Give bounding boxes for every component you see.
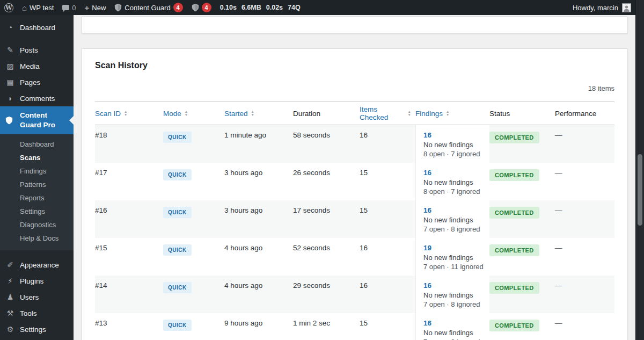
cell-started: 4 hours ago <box>224 276 293 313</box>
cell-items-checked: 16 <box>360 238 415 276</box>
findings-summary: No new findings <box>423 291 485 300</box>
submenu-item-patterns[interactable]: Patterns <box>0 178 74 191</box>
user-icon: ♟ <box>5 293 15 301</box>
content-guard-submenu: Dashboard Scans Findings Patterns Report… <box>0 134 74 250</box>
shield-icon <box>114 4 122 12</box>
cell-status: COMPLETED <box>489 313 555 340</box>
cell-mode: QUICK <box>163 125 224 163</box>
sidebar-item-users[interactable]: ♟ Users <box>0 289 74 305</box>
findings-count-link[interactable]: 16 <box>423 206 485 214</box>
table-body: #18 QUICK 1 minute ago 58 seconds 16 16 … <box>95 125 614 340</box>
status-badge: COMPLETED <box>489 244 539 256</box>
findings-breakdown: 7 open · 8 ignored <box>423 225 485 234</box>
wordpress-logo-icon: W <box>4 3 13 12</box>
mode-badge: QUICK <box>163 244 192 256</box>
sidebar-item-dashboard[interactable]: ◔ Dashboard <box>0 19 74 35</box>
findings-count-link[interactable]: 16 <box>423 319 485 327</box>
cell-scan-id: #13 <box>95 313 163 340</box>
cell-performance: — <box>555 200 614 238</box>
cell-findings: 16 No new findings 7 open · 8 ignored <box>415 313 489 340</box>
sidebar-item-settings[interactable]: ⚙ Settings <box>0 321 74 337</box>
sidebar-item-pages[interactable]: ▤ Pages <box>0 74 74 90</box>
cell-mode: QUICK <box>163 313 224 340</box>
submenu-item-scans[interactable]: Scans <box>0 151 74 164</box>
findings-count-link[interactable]: 16 <box>423 169 485 177</box>
items-count: 18 items <box>95 84 614 92</box>
wordpress-menu[interactable]: W <box>0 0 18 15</box>
performance-value: — <box>555 281 562 290</box>
cell-duration: 17 seconds <box>293 200 360 238</box>
guard-alerts-menu[interactable]: 4 <box>187 0 216 15</box>
cell-started: 1 minute ago <box>224 125 293 163</box>
content-guard-menu[interactable]: Content Guard 4 <box>110 0 187 15</box>
content-guard-count-badge: 4 <box>173 3 183 12</box>
mode-badge: QUICK <box>163 320 192 331</box>
column-header-started[interactable]: Started ▲▼ <box>224 102 293 125</box>
cell-scan-id: #16 <box>95 200 163 238</box>
submenu-item-reports[interactable]: Reports <box>0 191 74 205</box>
previous-card-partial <box>82 16 628 34</box>
sort-arrows-icon: ▲▼ <box>251 110 254 117</box>
cell-findings: 16 No new findings 7 open · 8 ignored <box>415 276 489 313</box>
mode-badge: QUICK <box>163 132 192 143</box>
comments-link[interactable]: 0 <box>58 0 80 15</box>
mode-badge: QUICK <box>163 282 192 293</box>
column-header-items-checked[interactable]: Items Checked ▲▼ <box>360 102 415 125</box>
site-name-link[interactable]: ⌂ WP test <box>18 0 58 15</box>
new-label: New <box>92 4 106 12</box>
comments-icon: ◗ <box>5 94 15 103</box>
admin-bar: W ⌂ WP test 0 + New Content Guard 4 4 0.… <box>0 0 644 15</box>
findings-count-link[interactable]: 16 <box>423 281 485 290</box>
sort-arrows-icon: ▲▼ <box>408 110 411 117</box>
user-silhouette-icon <box>623 5 630 12</box>
vertical-scrollbar-track[interactable] <box>635 0 644 340</box>
findings-summary: No new findings <box>423 254 485 263</box>
sidebar-item-appearance[interactable]: ✐ Appearance <box>0 257 74 273</box>
performance-value: — <box>555 244 562 252</box>
column-header-scan-id[interactable]: Scan ID ▲▼ <box>95 102 163 125</box>
table-row: #17 QUICK 3 hours ago 26 seconds 15 16 N… <box>95 163 614 200</box>
sidebar-item-content-guard-pro[interactable]: Content Guard Pro <box>0 106 74 134</box>
column-header-findings[interactable]: Findings ▲▼ <box>415 102 489 125</box>
submenu-item-findings[interactable]: Findings <box>0 164 74 178</box>
submenu-item-diagnostics[interactable]: Diagnostics <box>0 218 74 232</box>
cell-scan-id: #17 <box>95 163 163 200</box>
findings-summary: No new findings <box>423 329 485 338</box>
cell-items-checked: 15 <box>360 200 415 238</box>
pages-icon: ▤ <box>5 78 15 86</box>
cell-started: 3 hours ago <box>224 163 293 200</box>
alerts-count-badge: 4 <box>202 3 211 12</box>
submenu-item-settings[interactable]: Settings <box>0 205 74 218</box>
sidebar-item-plugins[interactable]: ⚡ Plugins <box>0 273 74 289</box>
findings-breakdown: 8 open · 7 ignored <box>423 150 485 159</box>
new-content-menu[interactable]: + New <box>80 0 111 15</box>
cell-scan-id: #15 <box>95 238 163 276</box>
findings-count-link[interactable]: 19 <box>423 244 485 252</box>
submenu-item-help-docs[interactable]: Help & Docs <box>0 232 74 245</box>
cell-started: 9 hours ago <box>224 313 293 340</box>
cell-mode: QUICK <box>163 276 224 313</box>
cell-findings: 19 No new findings 7 open · 11 ignored <box>415 238 489 276</box>
findings-summary: No new findings <box>423 141 485 150</box>
sidebar-item-tools[interactable]: ⚒ Tools <box>0 305 74 321</box>
sidebar-item-media[interactable]: ▨ Media <box>0 58 74 74</box>
vertical-scrollbar-thumb[interactable] <box>638 154 642 226</box>
home-icon: ⌂ <box>22 4 27 12</box>
column-header-mode[interactable]: Mode ▲▼ <box>163 102 224 125</box>
cell-items-checked: 15 <box>360 313 415 340</box>
cell-duration: 1 min 2 sec <box>293 313 360 340</box>
sidebar-item-comments[interactable]: ◗ Comments <box>0 90 74 106</box>
submenu-item-dashboard[interactable]: Dashboard <box>0 138 74 151</box>
cell-findings: 16 No new findings 8 open · 7 ignored <box>415 125 489 163</box>
performance-value: — <box>555 206 562 214</box>
howdy-account-link[interactable]: Howdy, marcin <box>573 4 618 12</box>
cell-mode: QUICK <box>163 163 224 200</box>
findings-count-link[interactable]: 16 <box>423 131 485 139</box>
table-row: #14 QUICK 4 hours ago 29 seconds 16 16 N… <box>95 276 614 313</box>
sidebar-item-label: Content Guard Pro <box>20 111 68 130</box>
pushpin-icon: ✎ <box>5 46 15 54</box>
stat-value: 6.6MB <box>241 4 261 11</box>
sidebar-item-posts[interactable]: ✎ Posts <box>0 42 74 58</box>
cell-started: 4 hours ago <box>224 238 293 276</box>
avatar[interactable] <box>622 3 631 12</box>
